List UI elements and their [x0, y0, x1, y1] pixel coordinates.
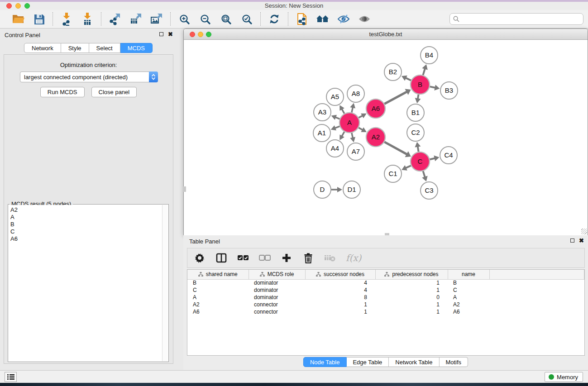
cell-successor-nodes[interactable]: 8	[305, 294, 375, 301]
cell-predecessor-nodes[interactable]: 1	[375, 279, 448, 286]
cell-MCDS-role[interactable]: dominator	[249, 279, 305, 286]
edge-B-B4[interactable]	[423, 68, 425, 75]
network-window-title: testGlobe.txt	[184, 31, 588, 38]
edge-C-C3[interactable]	[423, 171, 425, 177]
edge-A6-B[interactable]	[384, 91, 407, 104]
tab-network[interactable]: Network	[24, 43, 61, 53]
mcds-result-item[interactable]: C	[10, 228, 162, 235]
cell-name[interactable]: A	[448, 294, 489, 301]
column-type-icon	[384, 272, 389, 277]
cell-shared-name[interactable]: A6	[187, 308, 249, 315]
mcds-result-scrollbar[interactable]	[162, 205, 168, 361]
fx-button[interactable]: f(x)	[346, 252, 361, 264]
cell-MCDS-role[interactable]: connector	[249, 308, 305, 315]
import-network-icon[interactable]	[59, 12, 74, 26]
column-header-shared-name[interactable]: shared name	[187, 270, 249, 279]
cell-shared-name[interactable]: C	[187, 286, 249, 294]
close-panel-icon[interactable]: ✖	[168, 32, 173, 37]
mcds-result-item[interactable]: A	[10, 214, 162, 221]
mcds-result-list[interactable]: A2ABCA6	[9, 205, 162, 361]
arrowhead-C-C2	[415, 142, 421, 148]
edge-C-C1[interactable]	[405, 166, 411, 168]
mcds-result-item[interactable]: A6	[10, 235, 162, 243]
tab-style[interactable]: Style	[61, 43, 89, 53]
cell-MCDS-role[interactable]: dominator	[249, 294, 305, 301]
delete-column-icon[interactable]	[302, 252, 314, 264]
column-header-predecessor-nodes[interactable]: predecessor nodes	[375, 270, 448, 279]
cell-name[interactable]: A2	[448, 301, 489, 308]
cell-name[interactable]: A6	[448, 308, 489, 315]
criterion-dropdown[interactable]: largest connected component (directed)	[20, 71, 158, 82]
table-close-panel-icon[interactable]: ✖	[579, 238, 584, 243]
cell-predecessor-nodes[interactable]: 0	[375, 294, 448, 301]
table-row[interactable]: Cdominator41C	[187, 286, 584, 294]
cell-predecessor-nodes[interactable]: 1	[375, 286, 448, 294]
network-window-titlebar[interactable]: testGlobe.txt	[184, 29, 588, 40]
memory-button[interactable]: Memory	[545, 372, 583, 382]
import-table-icon[interactable]	[80, 12, 95, 26]
cell-name[interactable]: B	[448, 279, 489, 286]
tab-select[interactable]: Select	[89, 43, 120, 53]
column-header-successor-nodes[interactable]: successor nodes	[305, 270, 375, 279]
tab-node-table[interactable]: Node Table	[303, 357, 347, 367]
cell-predecessor-nodes[interactable]: 1	[375, 308, 448, 315]
select-all-icon[interactable]	[237, 252, 249, 264]
zoom-out-icon[interactable]	[198, 12, 212, 26]
cell-successor-nodes[interactable]: 1	[305, 308, 375, 315]
search-input[interactable]	[462, 14, 583, 24]
table-row[interactable]: A6connector11A6	[187, 308, 584, 315]
run-mcds-button[interactable]: Run MCDS	[40, 87, 85, 97]
table-float-panel-icon[interactable]	[570, 238, 574, 243]
table-row[interactable]: Adominator80A	[187, 294, 584, 301]
cell-shared-name[interactable]: B	[187, 279, 249, 286]
cell-predecessor-nodes[interactable]: 1	[375, 301, 448, 308]
tab-mcds[interactable]: MCDS	[120, 43, 153, 53]
float-panel-icon[interactable]	[159, 32, 163, 36]
network-canvas[interactable]: AA1A2A3A4A5A6A7A8BB1B2B3B4CC1C2C3C4DD1	[184, 40, 588, 235]
delete-table-icon[interactable]	[324, 252, 336, 264]
open-session-icon[interactable]	[11, 12, 25, 26]
zoom-in-icon[interactable]	[177, 12, 191, 26]
column-header-MCDS-role[interactable]: MCDS role	[249, 270, 305, 279]
tab-edge-table[interactable]: Edge Table	[346, 357, 389, 367]
cell-MCDS-role[interactable]: dominator	[249, 286, 305, 294]
deselect-all-icon[interactable]	[259, 252, 271, 264]
cell-successor-nodes[interactable]: 1	[305, 301, 375, 308]
table-row[interactable]: A2connector11A2	[187, 301, 584, 308]
cell-name[interactable]: C	[448, 286, 489, 294]
cell-shared-name[interactable]: A	[187, 294, 249, 301]
show-eye-icon[interactable]	[357, 12, 372, 26]
mcds-result-item[interactable]: A2	[10, 206, 162, 214]
export-table-icon[interactable]	[129, 12, 143, 26]
save-session-icon[interactable]	[32, 12, 46, 26]
zoom-selected-icon[interactable]	[239, 12, 254, 26]
cell-successor-nodes[interactable]: 4	[305, 286, 375, 294]
edge-A2-C[interactable]	[384, 142, 407, 155]
edge-B-B2[interactable]	[405, 78, 411, 81]
hide-eye-icon[interactable]	[336, 12, 351, 26]
network-graph[interactable]: AA1A2A3A4A5A6A7A8BB1B2B3B4CC1C2C3C4DD1	[184, 40, 588, 235]
graph-node-label-D: D	[320, 186, 325, 193]
export-network-icon[interactable]	[108, 12, 122, 26]
add-column-icon[interactable]	[281, 252, 292, 264]
cell-MCDS-role[interactable]: connector	[249, 301, 305, 308]
tab-motifs[interactable]: Motifs	[439, 357, 468, 367]
cell-shared-name[interactable]: A2	[187, 301, 249, 308]
zoom-fit-icon[interactable]	[219, 12, 233, 26]
clone-network-icon[interactable]	[295, 12, 309, 26]
close-panel-button[interactable]: Close panel	[91, 87, 137, 97]
window-resize-grip[interactable]	[581, 229, 587, 234]
export-image-icon[interactable]	[149, 12, 164, 26]
home-view-icon[interactable]	[316, 12, 330, 26]
mcds-result-item[interactable]: B	[10, 221, 162, 228]
column-header-name[interactable]: name	[448, 270, 489, 279]
cell-successor-nodes[interactable]: 4	[305, 279, 375, 286]
tab-network-table[interactable]: Network Table	[389, 357, 439, 367]
split-columns-icon[interactable]	[215, 252, 227, 264]
graph-node-label-C2: C2	[411, 129, 420, 136]
settings-icon[interactable]	[194, 252, 206, 264]
refresh-layout-icon[interactable]	[267, 12, 282, 26]
table-row[interactable]: Bdominator41B	[187, 279, 584, 286]
criterion-value: largest connected component (directed)	[20, 74, 149, 81]
task-history-button[interactable]	[5, 372, 17, 382]
